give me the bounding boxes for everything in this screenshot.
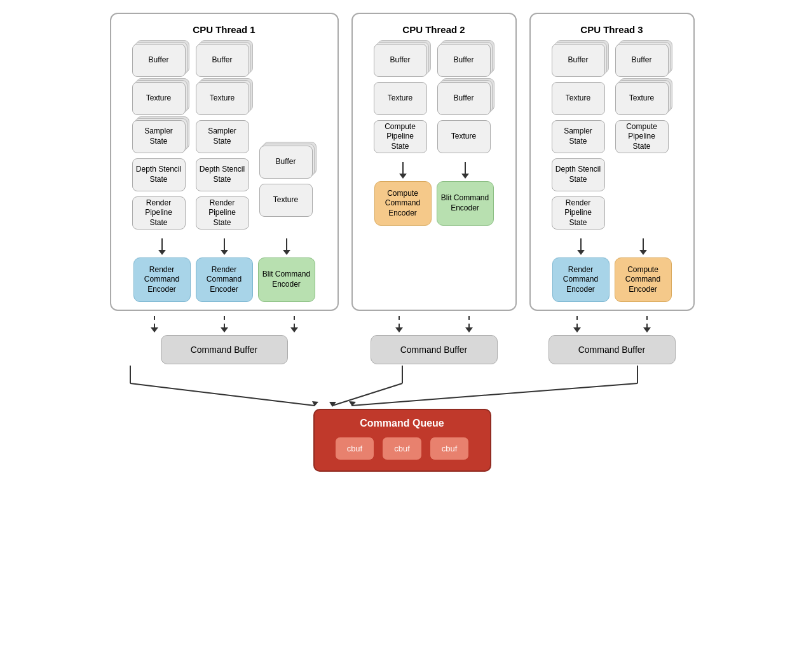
svg-line-7 [351, 383, 637, 406]
cmd-queue-section: Command Queue cbuf cbuf cbuf [15, 409, 790, 472]
cbuf-2: cbuf [382, 437, 422, 460]
cbuf-3: cbuf [430, 437, 470, 460]
thread-1-resources: Buffer Texture Sampler State Depth Stenc… [132, 44, 317, 230]
dashed-line [224, 316, 225, 327]
svg-line-1 [130, 383, 315, 406]
arrow-line [643, 238, 644, 250]
cpu-thread-2: CPU Thread 2 Buffer Texture Compute Pipe… [351, 13, 517, 311]
arrow-t3-2 [639, 238, 647, 255]
card-front: Buffer [259, 146, 313, 179]
arrow-head [577, 250, 585, 255]
arrow-head [221, 250, 228, 255]
arrow-head [151, 327, 158, 333]
card-front: Texture [552, 82, 605, 115]
cmd-queue-title: Command Queue [327, 418, 477, 429]
cpu-thread-3: CPU Thread 3 Buffer Texture Sampler Stat… [529, 13, 695, 311]
arrow-head [221, 327, 228, 333]
card-front: Buffer [552, 44, 605, 77]
compute-pipeline-t2: Compute Pipeline State [374, 120, 431, 153]
arrow-t3-1 [577, 238, 585, 255]
cmd-buffer-3: Command Buffer [548, 335, 676, 364]
threads-row: CPU Thread 1 Buffer Texture [15, 13, 790, 311]
cbuf-1: cbuf [335, 437, 375, 460]
thread-3-col-2: Buffer Texture Compute Pipeline State [615, 44, 672, 230]
card-front: Depth Stencil State [552, 158, 605, 191]
arrow-line [286, 238, 287, 250]
thread-1-encoder-arrows: Render Command Encoder Render Command En… [133, 236, 315, 302]
dashed-arrow-t2-2 [465, 316, 473, 333]
dashed-arrow-t2-1 [395, 316, 403, 333]
dashed-arrow-t3-2 [643, 316, 651, 333]
blit-encoder-1: Blit Command Encoder [258, 257, 315, 302]
dashed-line [576, 316, 578, 327]
card-front: Texture [196, 82, 249, 115]
enc-arrow-1: Render Command Encoder [133, 236, 191, 302]
arrow-head [290, 327, 298, 333]
buffer-stack-t2: Buffer [374, 44, 431, 77]
thread-1-col-1: Buffer Texture Sampler State Depth Stenc… [132, 44, 189, 230]
texture-card-t2-2: Texture [437, 120, 494, 153]
arrow-head [158, 250, 166, 255]
buffer-stack-2: Buffer [196, 44, 253, 77]
dashed-arrow-t3-1 [573, 316, 581, 333]
arrow-t2-2 [461, 162, 469, 179]
card-front: Texture [374, 82, 427, 115]
buffer-stack-t3-2: Buffer [615, 44, 672, 77]
t3-cmdbuf-col: Command Buffer [529, 313, 695, 364]
dashed-arrow-t1-3 [290, 316, 298, 333]
cpu-thread-1: CPU Thread 1 Buffer Texture [110, 13, 339, 311]
arrow-line [402, 162, 404, 174]
arrow-line [161, 238, 163, 250]
depth-card-2: Depth Stencil State [196, 158, 253, 191]
enc-arrow-t2-2: Blit Command Encoder [437, 160, 494, 226]
arrow-head [465, 327, 473, 333]
t1-cmdbuf-col: Command Buffer [110, 313, 339, 364]
compute-encoder-t2: Compute Command Encoder [374, 181, 432, 226]
texture-card-3: Texture [259, 184, 317, 217]
card-front: Texture [132, 82, 186, 115]
texture-stack-t3-2: Texture [615, 82, 672, 115]
render-pipeline-card-2: Render Pipeline State [196, 196, 253, 230]
buffer-stack-3: Buffer [259, 146, 317, 179]
cmd-queue-box: Command Queue cbuf cbuf cbuf [313, 409, 491, 472]
t2-cmdbuf-col: Command Buffer [351, 313, 517, 364]
dashed-arrow-t1-1 [151, 316, 158, 333]
card-front: Sampler State [196, 120, 249, 153]
render-pipeline-card: Render Pipeline State [132, 196, 189, 230]
enc-arrow-t2-1: Compute Command Encoder [374, 160, 432, 226]
card-front: Compute Pipeline State [615, 120, 669, 153]
blit-encoder-t2: Blit Command Encoder [437, 181, 494, 226]
card-front: Buffer [437, 44, 491, 77]
cmd-buffer-1: Command Buffer [161, 335, 288, 364]
card-front: Buffer [132, 44, 186, 77]
texture-stack-2: Texture [196, 82, 253, 115]
converging-arrows [15, 364, 790, 415]
thread-3-encoder-arrows: Render Command Encoder Compute Command E… [552, 236, 672, 302]
thread-2-title: CPU Thread 2 [402, 24, 465, 35]
dashed-line [646, 316, 648, 327]
card-front: Render Pipeline State [132, 196, 186, 230]
depth-t3: Depth Stencil State [552, 158, 609, 191]
buffer-stack-t2-2: Buffer [437, 44, 494, 77]
thread-2-resources: Buffer Texture Compute Pipeline State Bu… [374, 44, 494, 153]
enc-arrow-3: Blit Command Encoder [258, 236, 315, 302]
thread-3-title: CPU Thread 3 [580, 24, 643, 35]
arrow-head [399, 174, 407, 179]
texture-t3-1: Texture [552, 82, 609, 115]
render-encoder-t3: Render Command Encoder [552, 257, 610, 302]
render-encoder-1: Render Command Encoder [133, 257, 191, 302]
arrow-t2-1 [399, 162, 407, 179]
cbuf-row: cbuf cbuf cbuf [327, 437, 477, 460]
cmd-buffer-2: Command Buffer [371, 335, 498, 364]
card-front: Sampler State [552, 120, 605, 153]
card-front: Compute Pipeline State [374, 120, 427, 153]
thread-1-col-3: Buffer Texture [259, 146, 317, 230]
thread-2-col-2: Buffer Buffer Texture [437, 44, 494, 153]
dashed-line [154, 316, 155, 327]
thread-1-title: CPU Thread 1 [193, 24, 255, 35]
t3-dashed-arrows [573, 313, 651, 335]
arrow-1 [158, 238, 166, 255]
enc-arrow-t3-2: Compute Command Encoder [615, 236, 672, 302]
arrow-head [461, 174, 469, 179]
dashed-line [468, 316, 470, 327]
